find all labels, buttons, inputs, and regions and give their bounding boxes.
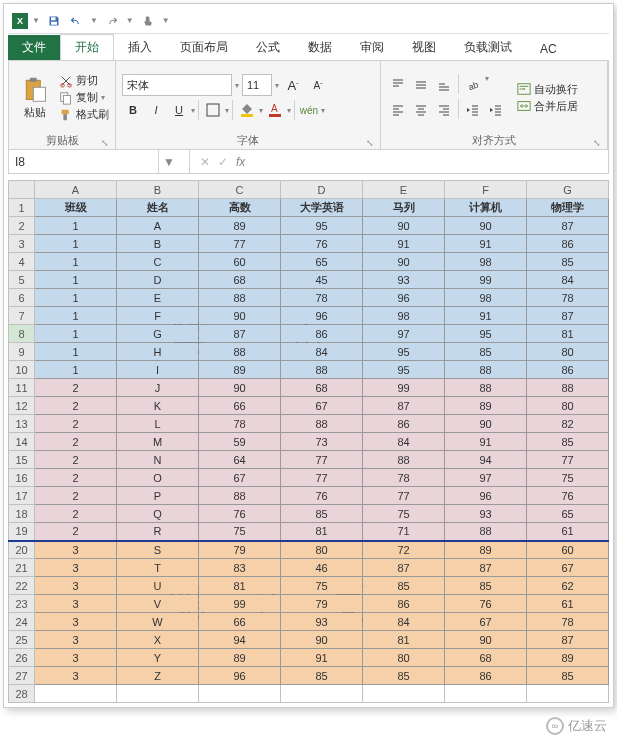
cell[interactable]: 89	[445, 541, 527, 559]
cell[interactable]: 89	[199, 361, 281, 379]
cell[interactable]: 68	[199, 271, 281, 289]
cell[interactable]: 80	[527, 397, 609, 415]
cell[interactable]: 75	[527, 469, 609, 487]
header-cell[interactable]: 班级	[35, 199, 117, 217]
cell[interactable]: L	[117, 415, 199, 433]
cell[interactable]: 3	[35, 541, 117, 559]
cell[interactable]: 98	[445, 253, 527, 271]
redo-dropdown[interactable]: ▼	[124, 16, 136, 25]
cell[interactable]: 91	[445, 235, 527, 253]
cell[interactable]: V	[117, 595, 199, 613]
cell[interactable]: 75	[281, 577, 363, 595]
orientation-icon[interactable]: ab	[462, 74, 484, 96]
cell[interactable]: I	[117, 361, 199, 379]
underline-button[interactable]: U	[168, 99, 190, 121]
cell[interactable]: D	[117, 271, 199, 289]
cell[interactable]: 65	[527, 505, 609, 523]
fill-color-button[interactable]	[236, 99, 258, 121]
cell[interactable]: 2	[35, 451, 117, 469]
cell[interactable]: 77	[363, 487, 445, 505]
cell[interactable]: 78	[363, 469, 445, 487]
cell[interactable]: 95	[281, 217, 363, 235]
confirm-icon[interactable]: ✓	[218, 155, 228, 169]
cell[interactable]: W	[117, 613, 199, 631]
header-cell[interactable]: 马列	[363, 199, 445, 217]
col-header[interactable]: A	[35, 181, 117, 199]
cell[interactable]: 88	[445, 361, 527, 379]
align-middle-icon[interactable]	[410, 74, 432, 96]
cell[interactable]: 2	[35, 505, 117, 523]
cell[interactable]: 80	[527, 343, 609, 361]
cell[interactable]: R	[117, 523, 199, 541]
cell[interactable]: 96	[363, 289, 445, 307]
col-header[interactable]: F	[445, 181, 527, 199]
cell[interactable]: 81	[281, 523, 363, 541]
cell[interactable]: 85	[445, 577, 527, 595]
cell[interactable]: 89	[199, 649, 281, 667]
cell[interactable]: 3	[35, 631, 117, 649]
italic-button[interactable]: I	[145, 99, 167, 121]
cell[interactable]: 87	[199, 325, 281, 343]
row-header[interactable]: 27	[9, 667, 35, 685]
cell[interactable]: 77	[199, 235, 281, 253]
phonetic-button[interactable]: wén	[298, 99, 320, 121]
cell[interactable]: 60	[527, 541, 609, 559]
cell[interactable]: 88	[445, 379, 527, 397]
cell[interactable]: 96	[281, 307, 363, 325]
cell[interactable]: 85	[281, 505, 363, 523]
cell[interactable]: 78	[281, 289, 363, 307]
increase-font-icon[interactable]: Aˆ	[282, 74, 304, 96]
bold-button[interactable]: B	[122, 99, 144, 121]
touch-mode-icon[interactable]	[138, 11, 158, 31]
cell[interactable]: 1	[35, 325, 117, 343]
cell[interactable]: K	[117, 397, 199, 415]
cell[interactable]: 89	[199, 217, 281, 235]
cell[interactable]: H	[117, 343, 199, 361]
tab-home[interactable]: 开始	[60, 34, 114, 60]
cell[interactable]	[445, 685, 527, 703]
cell[interactable]: 90	[199, 307, 281, 325]
cell[interactable]: J	[117, 379, 199, 397]
cell[interactable]: 97	[445, 469, 527, 487]
cell[interactable]: 1	[35, 343, 117, 361]
cell[interactable]: 80	[363, 649, 445, 667]
cell[interactable]	[281, 685, 363, 703]
cell[interactable]: 61	[527, 595, 609, 613]
cell[interactable]: 90	[363, 217, 445, 235]
font-name-select[interactable]: 宋体	[122, 74, 232, 96]
row-header[interactable]: 10	[9, 361, 35, 379]
cell[interactable]: 61	[527, 523, 609, 541]
cell[interactable]: 85	[281, 667, 363, 685]
cell[interactable]: 77	[281, 469, 363, 487]
qat-customize-dropdown[interactable]: ▼	[160, 16, 172, 25]
cell[interactable]: 93	[445, 505, 527, 523]
worksheet[interactable]: 第一页 第 2 页 ABCDEFG 1班级姓名高数大学英语马列计算机物理学21A…	[8, 180, 609, 703]
cell[interactable]: 78	[527, 289, 609, 307]
align-bottom-icon[interactable]	[433, 74, 455, 96]
row-header[interactable]: 20	[9, 541, 35, 559]
cell[interactable]: 1	[35, 253, 117, 271]
cell[interactable]: 93	[281, 613, 363, 631]
tab-ac[interactable]: AC	[526, 38, 571, 60]
cell[interactable]: 91	[363, 235, 445, 253]
cell[interactable]	[199, 685, 281, 703]
cell[interactable]: 2	[35, 523, 117, 541]
cell[interactable]: 76	[281, 487, 363, 505]
font-color-button[interactable]: A	[264, 99, 286, 121]
merge-center-button[interactable]: 合并后居	[517, 99, 578, 114]
row-header[interactable]: 6	[9, 289, 35, 307]
cell[interactable]: 59	[199, 433, 281, 451]
cell[interactable]: E	[117, 289, 199, 307]
cell[interactable]: 85	[363, 577, 445, 595]
select-all-corner[interactable]	[9, 181, 35, 199]
cell[interactable]: 76	[281, 235, 363, 253]
cell[interactable]: 66	[199, 397, 281, 415]
cell[interactable]: 87	[527, 631, 609, 649]
save-icon[interactable]	[44, 11, 64, 31]
cut-button[interactable]: 剪切	[59, 73, 109, 88]
cell[interactable]: 90	[363, 253, 445, 271]
format-painter-button[interactable]: 格式刷	[59, 107, 109, 122]
cell[interactable]: 2	[35, 433, 117, 451]
cell[interactable]: 86	[527, 361, 609, 379]
cell[interactable]: 1	[35, 307, 117, 325]
